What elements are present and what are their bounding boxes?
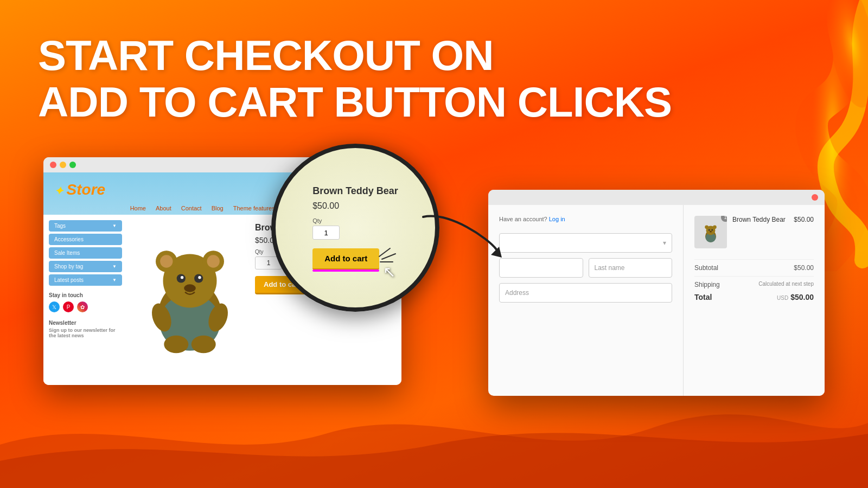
arrow-icon: ▼: [112, 223, 117, 228]
sidebar-tags[interactable]: Tags ▼: [49, 220, 122, 232]
instagram-icon[interactable]: ✿: [77, 301, 88, 312]
svg-point-27: [711, 229, 713, 231]
login-link[interactable]: Log in: [549, 216, 565, 222]
svg-line-18: [382, 254, 395, 259]
cursor-icon: ↖: [383, 263, 395, 281]
svg-point-24: [705, 225, 709, 229]
svg-point-13: [164, 336, 188, 353]
product-image-area: [136, 223, 244, 358]
svg-point-5: [160, 255, 173, 267]
arrow-icon-2: ▼: [112, 264, 117, 269]
store-sidebar: Tags ▼ Accessories Sale Items Shop by ta…: [43, 215, 127, 385]
svg-point-26: [709, 229, 710, 231]
maximize-dot[interactable]: [69, 162, 76, 168]
wave-decoration: [0, 380, 868, 488]
checkout-close-btn[interactable]: [812, 194, 818, 201]
shipping-label: Shipping: [694, 281, 720, 288]
checkout-window: Have an account? Log in ▾ Last name Addr…: [488, 190, 825, 396]
shipping-value: Calculated at next step: [758, 281, 814, 288]
country-select[interactable]: ▾: [499, 233, 672, 253]
minimize-dot[interactable]: [60, 162, 66, 168]
svg-point-14: [192, 336, 216, 353]
headline-section: START CHECKOUT ON ADD TO CART BUTTON CLI…: [38, 33, 672, 126]
total-label: Total: [694, 293, 712, 301]
pinterest-icon[interactable]: P: [63, 301, 74, 312]
newsletter-subtext: Sign up to our newsletter for the latest…: [49, 328, 122, 338]
svg-point-12: [184, 284, 196, 292]
svg-point-28: [710, 231, 712, 232]
highlight-bar: [312, 269, 379, 272]
total-line: Total USD$50.00: [694, 293, 814, 301]
arrow-icon-3: ▼: [112, 278, 117, 282]
svg-point-10: [181, 276, 183, 279]
summary-product-price: $50.00: [794, 216, 814, 223]
checkout-form-area: Have an account? Log in ▾ Last name Addr…: [488, 205, 684, 396]
magnify-price: $50.00: [312, 201, 398, 211]
magnify-circle: Brown Teddy Bear $50.00 Qty 1 Add to car…: [271, 144, 439, 312]
total-value: USD$50.00: [777, 293, 814, 301]
magnify-add-to-cart-button[interactable]: Add to cart: [312, 248, 379, 270]
nav-blog[interactable]: Blog: [212, 205, 224, 211]
svg-point-7: [207, 255, 220, 267]
subtotal-line: Subtotal $50.00: [694, 259, 814, 272]
summary-product-item: 1 Brown Teddy Bear: [694, 216, 814, 248]
product-badge: 1: [721, 216, 727, 222]
checkout-body: Have an account? Log in ▾ Last name Addr…: [488, 205, 825, 396]
nav-theme-features[interactable]: Theme features: [233, 205, 275, 211]
sidebar-latest-posts[interactable]: Latest posts ▼: [49, 274, 122, 286]
address-input[interactable]: Address: [499, 283, 672, 303]
shipping-line: Shipping Calculated at next step: [694, 276, 814, 288]
svg-point-25: [713, 225, 717, 229]
magnify-qty-label: Qty: [312, 217, 398, 224]
sidebar-shop-by-tag[interactable]: Shop by tag ▼: [49, 261, 122, 272]
svg-point-11: [198, 276, 201, 279]
product-thumb-image: [700, 221, 722, 243]
sidebar-accessories[interactable]: Accessories: [49, 234, 122, 245]
name-row: Last name: [499, 258, 672, 278]
have-account-text: Have an account? Log in: [499, 216, 672, 222]
checkout-summary: 1 Brown Teddy Bear: [684, 205, 825, 396]
magnify-product-title: Brown Teddy Bear: [312, 185, 398, 197]
headline-line2: ADD TO CART BUTTON CLICKS: [38, 79, 672, 126]
headline-line1: START CHECKOUT ON: [38, 33, 672, 79]
last-name-input[interactable]: Last name: [589, 258, 673, 278]
arrow-decoration: [418, 206, 505, 260]
newsletter-section: Newsletter Sign up to our newsletter for…: [49, 320, 122, 338]
newsletter-label: Newsletter: [49, 320, 122, 326]
sidebar-sale-items[interactable]: Sale Items: [49, 247, 122, 259]
close-dot[interactable]: [50, 162, 56, 168]
first-name-input[interactable]: [499, 258, 583, 278]
subtotal-value: $50.00: [794, 264, 814, 272]
subtotal-label: Subtotal: [694, 264, 718, 272]
checkout-titlebar: [488, 190, 825, 205]
stay-in-touch-label: Stay in touch: [49, 292, 122, 298]
social-icons-row: 𝕏 P ✿: [49, 301, 122, 312]
nav-about[interactable]: About: [156, 205, 171, 211]
summary-product-name: Brown Teddy Bear: [732, 216, 788, 223]
magnify-qty-input[interactable]: 1: [312, 226, 340, 240]
magnify-content: Brown Teddy Bear $50.00 Qty 1 Add to car…: [302, 175, 409, 281]
twitter-icon[interactable]: 𝕏: [49, 301, 60, 312]
teddy-bear-image: [141, 226, 239, 356]
svg-line-17: [379, 248, 390, 256]
product-thumbnail: 1: [694, 216, 727, 248]
nav-contact[interactable]: Contact: [181, 205, 202, 211]
nav-home[interactable]: Home: [130, 205, 146, 211]
